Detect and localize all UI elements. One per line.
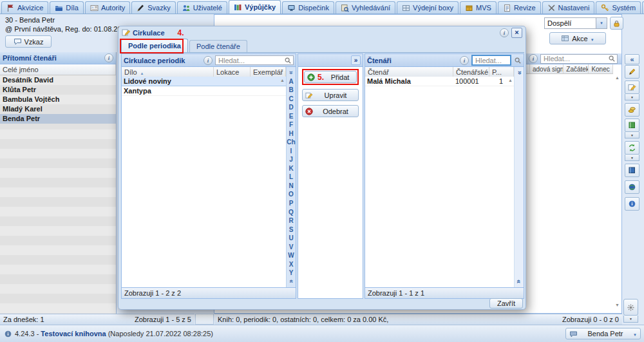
scroll-up-icon[interactable]: ▲ [508,78,513,82]
renew-button[interactable] [625,141,639,155]
list-item-selected[interactable]: Benda Petr [0,114,116,124]
tab-vydejni-boxy[interactable]: Výdejní boxy [397,1,459,14]
catalog-button[interactable] [625,164,639,177]
list-item[interactable]: Desátník David [0,75,116,85]
loans-search-field[interactable] [540,54,618,64]
category-select[interactable]: Dospělí [544,17,607,29]
alphabet-letter[interactable]: A [287,77,296,86]
alphabet-letter[interactable]: H [287,129,296,138]
readers-search-field[interactable] [471,55,511,66]
help-info-icon[interactable] [104,53,113,62]
tab-dila[interactable]: Díla [50,1,84,14]
tab-revize[interactable]: Revize [498,1,541,14]
detail-info-button[interactable] [625,197,639,211]
statusbar-splitter[interactable] [195,314,214,325]
help-info-icon[interactable] [529,54,538,63]
tab-autority[interactable]: Autority [85,1,130,14]
return-button[interactable] [625,119,639,132]
help-info-icon[interactable] [460,56,469,65]
tab-mvs[interactable]: MVS [460,1,497,14]
search-icon[interactable] [608,55,616,62]
search-icon[interactable] [514,57,522,64]
alphabet-letter[interactable]: B [287,86,296,95]
tab-system[interactable]: Systém [596,1,641,14]
edit-button[interactable] [625,81,639,94]
alphabet-letter[interactable]: S [287,225,296,234]
alphabet-letter[interactable]: D [287,103,296,112]
help-info-icon[interactable] [204,56,213,65]
add-button[interactable]: 5. Přidat [304,71,357,83]
close-button[interactable]: Zavřít [489,298,523,309]
alphabet-letter[interactable]: U [287,234,296,243]
tab-vypujcky[interactable]: Výpůjčky [229,0,281,14]
tab-podle-periodika[interactable]: Podle periodika [121,39,188,52]
actions-button[interactable]: Akce [549,32,606,44]
alphabet-letter[interactable]: V [287,242,296,251]
alphabet-letter[interactable]: I [287,147,296,156]
tab-uzivatele[interactable]: Uživatelé [177,1,227,14]
alphabet-letter[interactable]: Y [287,269,296,278]
collapse-panel-button[interactable]: « [625,54,639,64]
alphabet-letter[interactable]: J [287,155,296,164]
alphabet-letter[interactable]: Ch [287,138,296,147]
close-icon[interactable] [511,28,522,38]
table-row[interactable]: Malá Michala 100001 1 [365,77,514,86]
web-button[interactable] [625,180,639,194]
column-header-p[interactable]: P... [489,67,514,77]
renew-dropdown-button[interactable] [625,155,639,161]
message-button[interactable]: Vzkaz [5,35,52,48]
column-header-exemplar[interactable]: Exemplář pe... [251,67,286,77]
sidebar-column-header[interactable]: Celé jméno [0,64,116,75]
alphabet-letter[interactable]: F [287,120,296,129]
loans-search-input[interactable] [542,54,608,63]
tab-akvizice[interactable]: Akvizice [1,1,48,14]
scroll-up-icon[interactable]: ▲ [615,75,620,80]
list-item[interactable]: Mladý Karel [0,104,116,114]
alphabet-letter[interactable]: P [287,199,296,208]
tab-podle-ctenare[interactable]: Podle čtenáře [189,40,247,52]
table-row[interactable]: Xantypa [122,86,286,96]
scroll-down-icon[interactable]: ▼ [615,303,620,307]
table-row[interactable]: Lidové noviny [122,77,286,86]
jump-top-icon[interactable]: « [287,68,296,77]
column-header-end[interactable]: Konec [589,64,613,73]
alphabet-letter[interactable]: C [287,95,296,104]
dialog-titlebar[interactable]: Cirkulace 4. [122,28,522,37]
column-header-dilo[interactable]: Dílo [122,67,214,77]
alphabet-letter[interactable]: L [287,173,296,182]
fees-button[interactable] [625,103,639,117]
alphabet-letter[interactable]: W [287,251,296,260]
tab-svazky[interactable]: Svazky [131,1,175,14]
alphabet-letter[interactable]: R [287,216,296,225]
column-header-reader-number[interactable]: Čtenářské č... [453,67,489,77]
return-dropdown-button[interactable] [625,132,639,138]
periodicals-search-input[interactable] [217,56,284,65]
remove-button[interactable]: Odebrat [302,105,359,117]
alphabet-letter[interactable]: X [287,260,296,269]
select-trigger-icon[interactable] [596,18,607,28]
list-item[interactable]: Bambula Vojtěch [0,95,116,104]
list-item[interactable]: Klůta Petr [0,85,116,95]
gear-dropdown-button[interactable] [623,316,638,323]
scroll-up-icon[interactable]: ▲ [280,78,285,82]
jump-top-icon[interactable]: « [515,71,523,75]
tab-nastaveni[interactable]: Nastaveni [542,1,595,14]
alphabet-letter[interactable]: E [287,112,296,121]
current-user-button[interactable]: Benda Petr [565,328,641,339]
periodicals-search-field[interactable] [215,55,294,65]
edit-dropdown-button[interactable] [625,94,639,100]
alphabet-letter[interactable]: K [287,164,296,173]
search-icon[interactable] [284,57,292,64]
alphabet-letter[interactable]: O [287,190,296,199]
dialog-help-icon[interactable] [500,28,509,37]
column-header-start[interactable]: Začátek [564,64,589,73]
jump-bottom-icon[interactable]: « [515,280,523,283]
column-header-ctenar[interactable]: Čtenář [365,67,453,77]
settings-gear-button[interactable] [623,299,638,316]
jump-bottom-icon[interactable]: « [287,277,296,286]
column-header-lokace[interactable]: Lokace [214,67,251,77]
tab-dispecink[interactable]: Dispečink [282,1,334,14]
readers-search-input[interactable] [474,56,509,65]
alphabet-letter[interactable]: N [287,182,296,191]
edit-button[interactable]: Upravit [302,89,359,101]
